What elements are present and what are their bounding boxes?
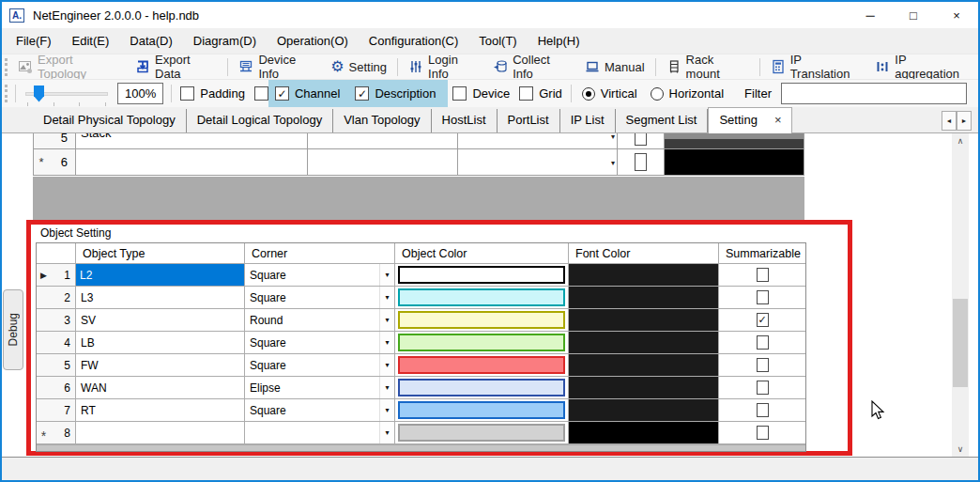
toolbar-grip[interactable]	[5, 58, 8, 76]
color-swatch[interactable]	[398, 334, 565, 351]
row-selector[interactable]: ▶ 1	[37, 264, 76, 287]
table-bottom-scroll-area[interactable]	[37, 444, 805, 451]
object-type-cell[interactable]: LB	[76, 332, 245, 354]
header-object-color[interactable]: Object Color	[395, 243, 569, 264]
summarizable-cell[interactable]	[719, 354, 805, 377]
corner-cell[interactable]: Round▾	[245, 309, 395, 332]
corner-cell[interactable]: ▾	[245, 422, 395, 444]
font-color-swatch[interactable]	[569, 377, 718, 398]
font-color-cell[interactable]	[569, 309, 719, 332]
corner-cell[interactable]: Square▾	[245, 399, 395, 422]
font-color-swatch[interactable]	[569, 399, 718, 421]
tab-close-icon[interactable]: ×	[774, 116, 782, 125]
font-color-swatch[interactable]	[569, 264, 718, 286]
grid-cell[interactable]	[308, 149, 458, 176]
corner-cell[interactable]: Square▾	[245, 287, 395, 309]
dropdown-arrow-icon[interactable]: ▾	[379, 309, 394, 331]
object-color-cell[interactable]	[395, 399, 569, 422]
color-swatch[interactable]	[398, 424, 565, 442]
row-selector[interactable]: * 6	[33, 149, 76, 176]
padding-checkbox[interactable]: Padding	[180, 86, 245, 101]
tab-vlan-topology[interactable]: Vlan Topology	[333, 109, 431, 132]
object-type-cell[interactable]: FW	[76, 354, 245, 377]
font-color-swatch[interactable]	[569, 422, 718, 443]
object-color-cell[interactable]	[395, 332, 569, 354]
font-color-cell[interactable]	[569, 332, 719, 354]
tab-scroll-right-button[interactable]: ►	[957, 111, 972, 131]
font-color-cell[interactable]	[569, 354, 719, 377]
object-color-cell[interactable]	[395, 264, 569, 287]
export-data-button[interactable]: Export Data	[129, 55, 223, 79]
header-corner[interactable]: Corner	[245, 243, 395, 264]
header-font-color[interactable]: Font Color	[569, 243, 719, 264]
summarizable-checkbox[interactable]	[757, 403, 769, 417]
collect-info-button[interactable]: Collect Info	[486, 55, 578, 79]
color-swatch[interactable]	[398, 311, 565, 329]
description-checkbox[interactable]: ✓ Description	[355, 86, 436, 101]
row-selector[interactable]: 5	[33, 133, 76, 149]
virtical-radio[interactable]: Virtical	[582, 86, 637, 101]
dropdown-arrow-icon[interactable]: ▾	[379, 422, 394, 443]
object-type-cell[interactable]: L3	[76, 287, 245, 309]
color-swatch[interactable]	[398, 356, 565, 374]
summarizable-cell[interactable]	[719, 264, 805, 287]
object-type-cell[interactable]: WAN	[76, 377, 245, 399]
zoom-slider[interactable]	[25, 83, 108, 105]
font-color-swatch[interactable]	[569, 287, 718, 308]
summarizable-cell[interactable]	[719, 399, 805, 422]
object-color-cell[interactable]	[395, 422, 569, 444]
font-color-cell[interactable]	[569, 264, 719, 287]
header-object-type[interactable]: Object Type	[76, 243, 245, 264]
grid-cell-name[interactable]: Stack	[76, 133, 308, 149]
tab-detail-logical-topology[interactable]: Detail Logical Topology	[187, 109, 333, 132]
rack-mount-button[interactable]: Rack mount	[660, 55, 756, 79]
summarizable-checkbox[interactable]	[757, 426, 769, 440]
manual-button[interactable]: Manual	[578, 55, 651, 79]
summarizable-checkbox[interactable]	[757, 268, 769, 282]
color-swatch[interactable]	[398, 379, 565, 396]
scroll-up-button[interactable]: ∧	[952, 133, 969, 148]
font-color-cell[interactable]	[569, 422, 719, 444]
dropdown-arrow-icon[interactable]: ▾	[379, 399, 394, 421]
grid-cell-name[interactable]	[76, 149, 308, 176]
vertical-scrollbar[interactable]: ∧ ∨	[952, 133, 969, 457]
toolbar-grip[interactable]	[5, 85, 8, 102]
dropdown-arrow-icon[interactable]: ▾	[379, 332, 394, 353]
corner-cell[interactable]: Square▾	[245, 264, 395, 287]
summarizable-cell[interactable]	[719, 422, 805, 444]
font-color-cell[interactable]	[569, 377, 719, 399]
dropdown-arrow-icon[interactable]: ▾	[379, 264, 394, 286]
dropdown-arrow-icon[interactable]: ▾	[379, 354, 394, 376]
header-summarizable[interactable]: Summarizable	[719, 243, 805, 264]
object-type-cell[interactable]: SV	[76, 309, 245, 332]
tab-portlist[interactable]: PortList	[498, 109, 560, 132]
summarizable-checkbox[interactable]	[757, 381, 769, 395]
grid-cell-checkbox[interactable]	[618, 149, 665, 176]
ip-aggregation-button[interactable]: IP aggregation	[868, 55, 978, 79]
tab-scroll-left-button[interactable]: ◄	[942, 111, 957, 131]
corner-cell[interactable]: Square▾	[245, 354, 395, 377]
tab-segment-list[interactable]: Segment List	[616, 109, 709, 132]
scroll-down-button[interactable]: ∨	[952, 442, 969, 457]
export-topology-button[interactable]: Export Topology	[11, 55, 129, 79]
summarizable-checkbox[interactable]	[757, 335, 769, 350]
dropdown-arrow-icon[interactable]: ▾	[379, 377, 394, 398]
zoom-slider-thumb[interactable]	[34, 86, 44, 102]
object-type-cell[interactable]: RT	[76, 399, 245, 422]
summarizable-cell[interactable]	[719, 287, 805, 309]
menu-configuration[interactable]: Configuration(C)	[359, 29, 468, 53]
menu-operation[interactable]: Operation(O)	[267, 29, 359, 53]
menu-help[interactable]: Help(H)	[528, 29, 590, 53]
object-type-cell[interactable]	[76, 422, 245, 444]
zoom-value-box[interactable]: 100%	[117, 83, 163, 104]
menu-file[interactable]: File(F)	[6, 29, 62, 53]
color-swatch[interactable]	[398, 266, 565, 284]
grid-cell-dropdown[interactable]: ▾	[458, 133, 618, 149]
color-swatch[interactable]	[398, 288, 565, 306]
color-swatch[interactable]	[398, 401, 565, 419]
grid-cell-color[interactable]	[665, 133, 804, 149]
upper-grid-row-5[interactable]: 5 Stack ▾	[33, 133, 804, 149]
menu-tool[interactable]: Tool(T)	[468, 29, 527, 53]
tab-ip-list[interactable]: IP List	[560, 109, 616, 132]
object-color-cell[interactable]	[395, 354, 569, 377]
